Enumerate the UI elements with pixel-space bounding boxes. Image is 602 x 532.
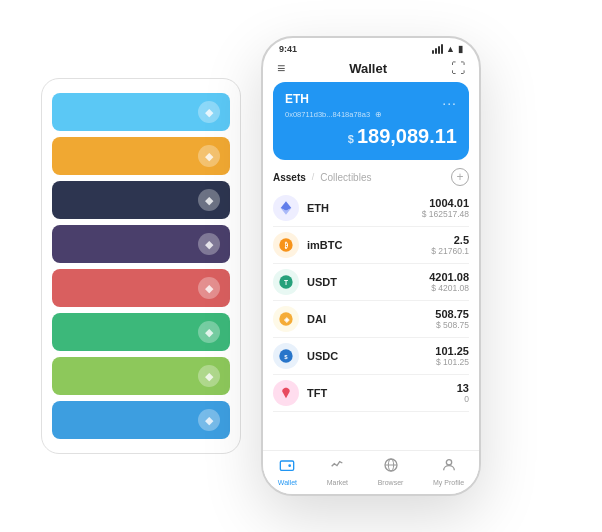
- imbtc-usd: $ 21760.1: [431, 246, 469, 256]
- nav-profile[interactable]: My Profile: [433, 457, 464, 486]
- stack-card-1: ◆: [52, 93, 230, 131]
- wifi-icon: ▲: [446, 44, 455, 54]
- svg-rect-10: [281, 461, 294, 470]
- eth-card-menu[interactable]: ...: [442, 92, 457, 108]
- profile-nav-label: My Profile: [433, 479, 464, 486]
- wallet-nav-icon: [279, 457, 295, 477]
- tab-collectibles[interactable]: Collectibles: [320, 172, 371, 183]
- currency-symbol: $: [348, 133, 354, 145]
- stack-card-6: ◆: [52, 313, 230, 351]
- usdt-icon: T: [273, 269, 299, 295]
- expand-icon[interactable]: ⛶: [451, 60, 465, 76]
- usdc-amount: 101.25: [435, 345, 469, 357]
- usdt-name: USDT: [307, 276, 337, 288]
- tft-name: TFT: [307, 387, 327, 399]
- stack-card-2: ◆: [52, 137, 230, 175]
- asset-item-tft[interactable]: TFT 13 0: [273, 375, 469, 412]
- stack-card-icon-5: ◆: [198, 277, 220, 299]
- eth-card-header: ETH ...: [285, 92, 457, 108]
- eth-amount: 1004.01: [422, 197, 469, 209]
- browser-nav-label: Browser: [378, 479, 404, 486]
- status-time: 9:41: [279, 44, 297, 54]
- add-asset-button[interactable]: +: [451, 168, 469, 186]
- eth-name: ETH: [307, 202, 329, 214]
- signal-icon: [432, 44, 443, 54]
- battery-icon: ▮: [458, 44, 463, 54]
- imbtc-name: imBTC: [307, 239, 342, 251]
- browser-nav-icon: [383, 457, 399, 477]
- card-stack: ◆ ◆ ◆ ◆ ◆ ◆ ◆ ◆: [41, 78, 241, 454]
- asset-item-imbtc[interactable]: ₿ imBTC 2.5 $ 21760.1: [273, 227, 469, 264]
- stack-card-icon-4: ◆: [198, 233, 220, 255]
- svg-text:◈: ◈: [283, 316, 290, 323]
- profile-nav-icon: [441, 457, 457, 477]
- stack-card-5: ◆: [52, 269, 230, 307]
- tab-separator: /: [312, 172, 315, 182]
- asset-item-eth[interactable]: ETH 1004.01 $ 162517.48: [273, 190, 469, 227]
- svg-point-11: [289, 464, 292, 467]
- status-bar: 9:41 ▲ ▮: [263, 38, 479, 56]
- phone: 9:41 ▲ ▮ ≡ Wallet ⛶ ETH: [261, 36, 481, 496]
- scene: ◆ ◆ ◆ ◆ ◆ ◆ ◆ ◆ 9:41: [11, 11, 591, 521]
- eth-card-title: ETH: [285, 92, 309, 106]
- asset-item-dai[interactable]: ◈ DAI 508.75 $ 508.75: [273, 301, 469, 338]
- assets-header: Assets / Collectibles +: [273, 168, 469, 186]
- usdt-amount: 4201.08: [429, 271, 469, 283]
- phone-content: ETH ... 0x08711d3b...8418a78a3 ⊕ $189,08…: [263, 82, 479, 450]
- eth-card-amount: $189,089.11: [285, 125, 457, 148]
- bottom-nav: Wallet Market Browser My Profile: [263, 450, 479, 494]
- usdt-usd: $ 4201.08: [429, 283, 469, 293]
- asset-item-usdt[interactable]: T USDT 4201.08 $ 4201.08: [273, 264, 469, 301]
- usdc-name: USDC: [307, 350, 338, 362]
- stack-card-icon-7: ◆: [198, 365, 220, 387]
- market-nav-icon: [329, 457, 345, 477]
- tft-amount: 13: [457, 382, 469, 394]
- usdc-usd: $ 101.25: [435, 357, 469, 367]
- nav-wallet[interactable]: Wallet: [278, 457, 297, 486]
- phone-header: ≡ Wallet ⛶: [263, 56, 479, 82]
- eth-card-address: 0x08711d3b...8418a78a3 ⊕: [285, 110, 457, 119]
- stack-card-4: ◆: [52, 225, 230, 263]
- status-icons: ▲ ▮: [432, 44, 463, 54]
- market-nav-label: Market: [327, 479, 348, 486]
- wallet-nav-label: Wallet: [278, 479, 297, 486]
- dai-icon: ◈: [273, 306, 299, 332]
- eth-icon: [273, 195, 299, 221]
- svg-point-15: [446, 460, 451, 465]
- dai-usd: $ 508.75: [435, 320, 469, 330]
- page-title: Wallet: [349, 61, 387, 76]
- svg-text:T: T: [284, 279, 288, 286]
- stack-card-3: ◆: [52, 181, 230, 219]
- nav-browser[interactable]: Browser: [378, 457, 404, 486]
- stack-card-icon-1: ◆: [198, 101, 220, 123]
- stack-card-8: ◆: [52, 401, 230, 439]
- asset-item-usdc[interactable]: $ USDC 101.25 $ 101.25: [273, 338, 469, 375]
- stack-card-icon-6: ◆: [198, 321, 220, 343]
- stack-card-icon-8: ◆: [198, 409, 220, 431]
- eth-card[interactable]: ETH ... 0x08711d3b...8418a78a3 ⊕ $189,08…: [273, 82, 469, 160]
- imbtc-amount: 2.5: [431, 234, 469, 246]
- stack-card-icon-3: ◆: [198, 189, 220, 211]
- menu-icon[interactable]: ≡: [277, 60, 285, 76]
- stack-card-icon-2: ◆: [198, 145, 220, 167]
- tft-usd: 0: [457, 394, 469, 404]
- eth-usd: $ 162517.48: [422, 209, 469, 219]
- imbtc-icon: ₿: [273, 232, 299, 258]
- copy-icon[interactable]: ⊕: [375, 110, 382, 119]
- svg-text:₿: ₿: [284, 241, 288, 250]
- tft-icon: [273, 380, 299, 406]
- nav-market[interactable]: Market: [327, 457, 348, 486]
- asset-list: ETH 1004.01 $ 162517.48 ₿ imBTC: [273, 190, 469, 450]
- usdc-icon: $: [273, 343, 299, 369]
- dai-name: DAI: [307, 313, 326, 325]
- assets-tabs: Assets / Collectibles: [273, 172, 371, 183]
- dai-amount: 508.75: [435, 308, 469, 320]
- stack-card-7: ◆: [52, 357, 230, 395]
- tab-assets[interactable]: Assets: [273, 172, 306, 183]
